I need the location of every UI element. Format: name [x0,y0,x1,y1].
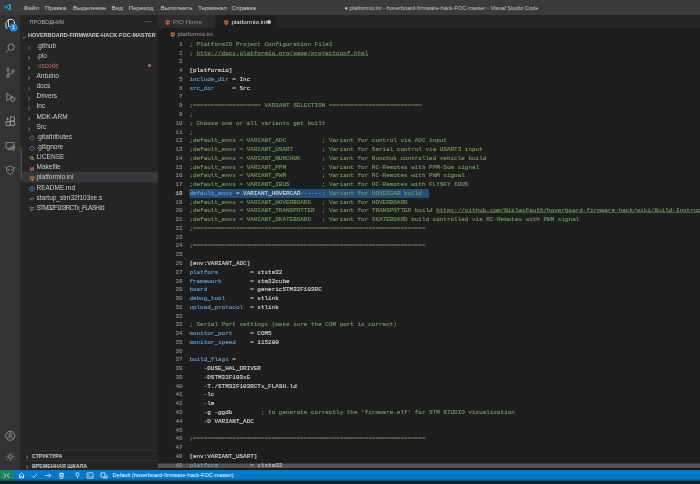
svg-text:M: M [30,166,35,172]
